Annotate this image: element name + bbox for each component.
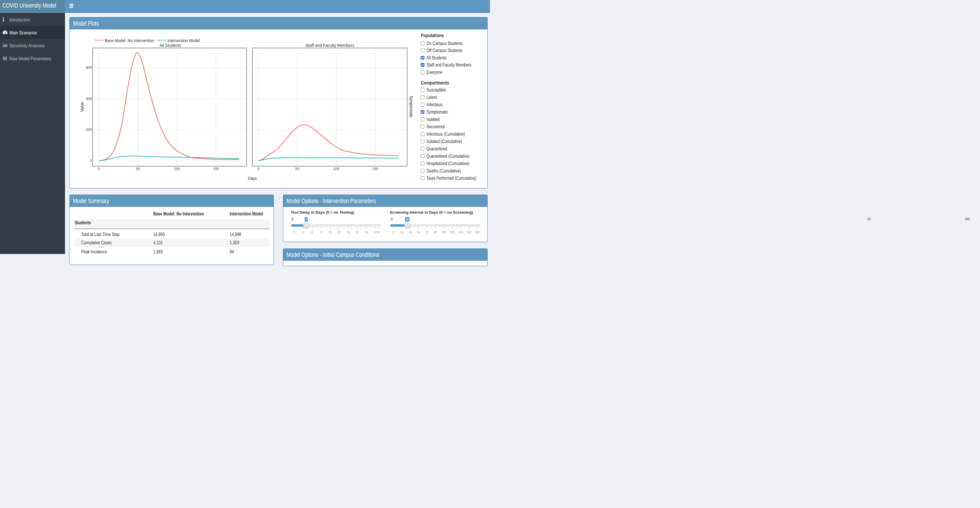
svg-text:150: 150 bbox=[372, 167, 379, 171]
svg-text:Symptomatic: Symptomatic bbox=[409, 96, 414, 118]
svg-text:150: 150 bbox=[213, 167, 219, 171]
svg-text:72: 72 bbox=[425, 231, 428, 234]
svg-text:36: 36 bbox=[408, 231, 412, 234]
svg-text:100: 100 bbox=[174, 167, 180, 171]
svg-text:Staff and Faculty Members: Staff and Faculty Members bbox=[305, 43, 355, 48]
svg-text:18: 18 bbox=[347, 231, 350, 234]
svg-text:54: 54 bbox=[417, 231, 420, 234]
svg-text:100: 100 bbox=[333, 167, 339, 171]
svg-text:200: 200 bbox=[86, 128, 92, 132]
svg-text:18: 18 bbox=[400, 231, 403, 234]
svg-text:600: 600 bbox=[86, 65, 92, 70]
svg-text:0: 0 bbox=[98, 167, 100, 171]
svg-text:24: 24 bbox=[364, 231, 368, 234]
svg-text:144: 144 bbox=[458, 231, 463, 234]
svg-text:12: 12 bbox=[329, 231, 332, 234]
svg-text:0: 0 bbox=[392, 231, 394, 234]
svg-text:All Students: All Students bbox=[159, 43, 181, 48]
svg-text:0: 0 bbox=[90, 159, 92, 163]
svg-text:162: 162 bbox=[466, 231, 471, 234]
svg-text:90: 90 bbox=[434, 231, 437, 234]
svg-text:126: 126 bbox=[450, 231, 454, 234]
svg-text:50: 50 bbox=[295, 167, 299, 171]
svg-text:6: 6 bbox=[311, 231, 313, 234]
svg-text:Base Model: No Intervention: Base Model: No Intervention bbox=[105, 38, 154, 43]
svg-text:3: 3 bbox=[302, 231, 304, 234]
svg-text:9: 9 bbox=[320, 231, 322, 234]
svg-text:Intervention Model: Intervention Model bbox=[167, 38, 200, 43]
svg-text:15: 15 bbox=[337, 231, 340, 234]
svg-text:108: 108 bbox=[441, 231, 446, 234]
svg-text:21: 21 bbox=[356, 231, 359, 234]
svg-text:50: 50 bbox=[136, 167, 140, 171]
svg-text:Value: Value bbox=[80, 102, 84, 112]
svg-text:Days: Days bbox=[248, 176, 257, 181]
svg-text:28: 28 bbox=[377, 231, 380, 234]
svg-text:0: 0 bbox=[293, 231, 295, 234]
svg-text:0: 0 bbox=[257, 167, 259, 171]
svg-text:180: 180 bbox=[475, 231, 480, 234]
svg-text:400: 400 bbox=[86, 97, 92, 101]
